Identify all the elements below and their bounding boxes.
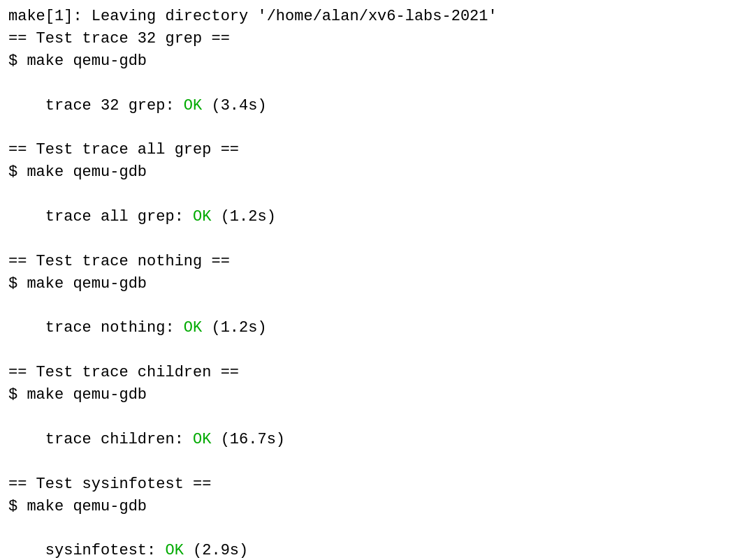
output-line-3: $ make qemu-gdb bbox=[8, 50, 734, 73]
result-suffix: (1.2s) bbox=[202, 319, 266, 337]
output-line-16: sysinfotest: OK (2.9s) bbox=[8, 517, 734, 560]
output-line-15: $ make qemu-gdb bbox=[8, 496, 734, 518]
ok-badge: OK bbox=[165, 542, 183, 559]
ok-badge: OK bbox=[184, 97, 202, 115]
output-line-14: == Test sysinfotest == bbox=[8, 473, 734, 496]
output-line-9: $ make qemu-gdb bbox=[8, 273, 734, 295]
output-line-8: == Test trace nothing == bbox=[8, 251, 734, 273]
output-line-10: trace nothing: OK (1.2s) bbox=[8, 295, 734, 362]
output-line-13: trace children: OK (16.7s) bbox=[8, 406, 734, 473]
result-prefix: trace all grep: bbox=[45, 208, 193, 226]
result-suffix: (1.2s) bbox=[211, 208, 275, 226]
result-prefix: sysinfotest: bbox=[45, 542, 166, 559]
output-line-2: == Test trace 32 grep == bbox=[8, 28, 734, 50]
output-line-12: $ make qemu-gdb bbox=[8, 384, 734, 406]
ok-badge: OK bbox=[184, 319, 202, 337]
output-line-4: trace 32 grep: OK (3.4s) bbox=[8, 73, 734, 140]
ok-badge: OK bbox=[193, 431, 211, 448]
result-suffix: (3.4s) bbox=[202, 97, 266, 115]
output-line-6: $ make qemu-gdb bbox=[8, 161, 734, 184]
result-prefix: trace nothing: bbox=[45, 319, 184, 337]
output-line-1: make[1]: Leaving directory '/home/alan/x… bbox=[8, 6, 734, 28]
output-line-11: == Test trace children == bbox=[8, 362, 734, 384]
output-line-7: trace all grep: OK (1.2s) bbox=[8, 184, 734, 251]
terminal-output: make[1]: Leaving directory '/home/alan/x… bbox=[8, 6, 734, 560]
result-suffix: (16.7s) bbox=[211, 431, 285, 448]
output-line-5: == Test trace all grep == bbox=[8, 139, 734, 161]
result-suffix: (2.9s) bbox=[184, 542, 248, 559]
result-prefix: trace children: bbox=[45, 431, 193, 448]
ok-badge: OK bbox=[193, 208, 211, 226]
result-prefix: trace 32 grep: bbox=[45, 97, 184, 115]
